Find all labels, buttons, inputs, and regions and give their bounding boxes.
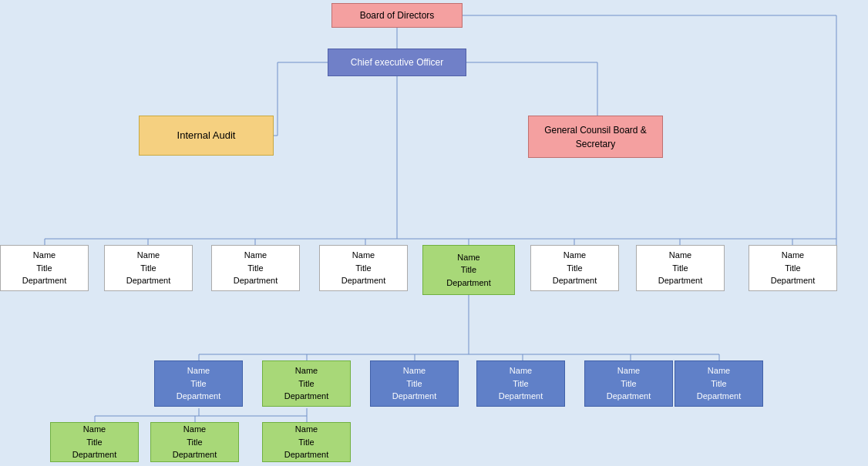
l3-4-title: Title: [355, 262, 371, 275]
l3-5-dept: Department: [446, 277, 490, 290]
l4-box-6-blue: Name Title Department: [675, 360, 763, 407]
ceo-label: Chief executive Officer: [351, 55, 444, 69]
l5-1-dept: Department: [72, 448, 116, 461]
l4-6-title: Title: [711, 377, 726, 391]
l3-6-title: Title: [567, 262, 582, 275]
gcbs-node: General Counsil Board &Secretary: [528, 116, 663, 158]
l4-3-dept: Department: [392, 390, 436, 403]
l5-3-name: Name: [295, 423, 318, 436]
l5-2-title: Title: [187, 436, 202, 449]
gcbs-label: General Counsil Board &Secretary: [544, 123, 647, 151]
l3-6-name: Name: [564, 249, 586, 262]
l3-2-title: Title: [140, 262, 156, 275]
l3-3-title: Title: [247, 262, 263, 275]
l5-box-2-green: Name Title Department: [150, 422, 239, 462]
audit-label: Internal Audit: [177, 128, 236, 143]
l5-1-name: Name: [83, 423, 106, 436]
l3-5-name: Name: [457, 251, 479, 264]
l3-box-6: Name Title Department: [530, 245, 619, 291]
l3-box-3: Name Title Department: [211, 245, 300, 291]
board-of-directors-node: Board of Directors: [331, 3, 463, 28]
l5-3-dept: Department: [284, 448, 328, 461]
l3-box-8: Name Title Department: [749, 245, 837, 291]
l3-5-title: Title: [461, 263, 476, 277]
l4-6-dept: Department: [697, 390, 741, 403]
l3-2-name: Name: [137, 249, 160, 262]
ceo-node: Chief executive Officer: [328, 49, 466, 76]
l4-5-dept: Department: [607, 390, 651, 403]
l4-5-name: Name: [617, 364, 640, 377]
l4-1-name: Name: [187, 364, 210, 377]
l3-box-4: Name Title Department: [319, 245, 408, 291]
l3-4-name: Name: [352, 249, 375, 262]
l4-3-title: Title: [406, 377, 422, 391]
board-label: Board of Directors: [360, 8, 435, 22]
l5-box-1-green: Name Title Department: [50, 422, 139, 462]
l3-box-2: Name Title Department: [104, 245, 193, 291]
l4-1-dept: Department: [177, 390, 220, 403]
l4-5-title: Title: [621, 377, 636, 391]
l3-3-name: Name: [244, 249, 267, 262]
l3-7-title: Title: [672, 262, 688, 275]
l4-box-2-green: Name Title Department: [262, 360, 351, 407]
l4-3-name: Name: [403, 364, 426, 377]
org-chart: Board of Directors Chief executive Offic…: [0, 0, 868, 466]
l3-1-dept: Department: [22, 274, 66, 287]
l3-4-dept: Department: [341, 274, 385, 287]
l3-2-dept: Department: [126, 274, 170, 287]
l3-7-name: Name: [669, 249, 691, 262]
l4-4-name: Name: [510, 364, 532, 377]
l4-2-name: Name: [295, 364, 318, 377]
l4-4-dept: Department: [499, 390, 543, 403]
l4-box-3-blue: Name Title Department: [370, 360, 459, 407]
l3-box-7: Name Title Department: [636, 245, 725, 291]
l3-7-dept: Department: [658, 274, 702, 287]
l4-2-dept: Department: [284, 390, 328, 403]
internal-audit-node: Internal Audit: [139, 116, 274, 156]
l4-6-name: Name: [708, 364, 730, 377]
l3-8-name: Name: [782, 249, 804, 262]
l3-6-dept: Department: [553, 274, 597, 287]
l4-box-1-blue: Name Title Department: [154, 360, 243, 407]
l3-1-title: Title: [36, 262, 52, 275]
l3-box-1: Name Title Department: [0, 245, 89, 291]
l3-3-dept: Department: [234, 274, 278, 287]
l3-8-title: Title: [785, 262, 800, 275]
l5-2-name: Name: [183, 423, 206, 436]
l5-2-dept: Department: [173, 448, 217, 461]
l4-box-5-blue: Name Title Department: [584, 360, 673, 407]
l3-1-name: Name: [33, 249, 56, 262]
l4-box-4-blue: Name Title Department: [476, 360, 565, 407]
l3-box-5-green: Name Title Department: [422, 245, 515, 295]
l5-1-title: Title: [86, 436, 102, 449]
l4-1-title: Title: [190, 377, 206, 391]
l3-8-dept: Department: [771, 274, 815, 287]
l4-4-title: Title: [513, 377, 528, 391]
l4-2-title: Title: [298, 377, 314, 391]
l5-3-title: Title: [298, 436, 314, 449]
l5-box-3-green: Name Title Department: [262, 422, 351, 462]
